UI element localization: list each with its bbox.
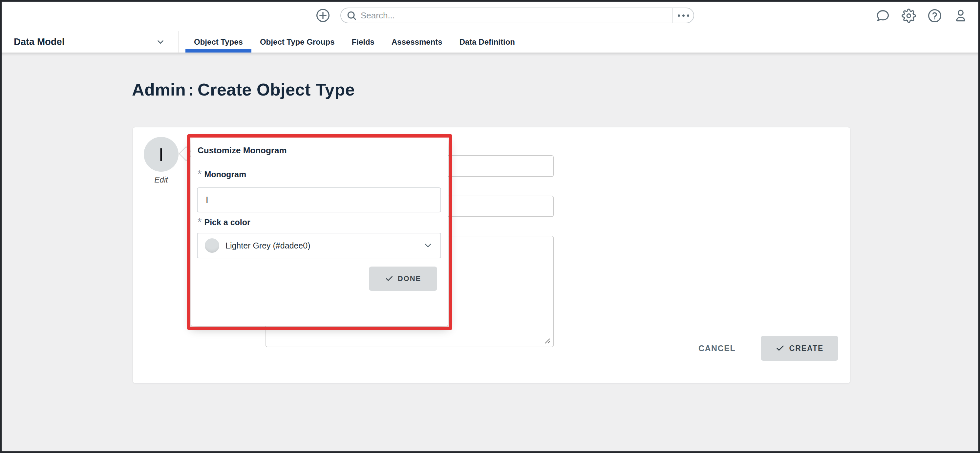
chevron-down-icon bbox=[423, 240, 433, 251]
nav-tabs: Object Types Object Type Groups Fields A… bbox=[185, 31, 523, 52]
create-button[interactable]: CREATE bbox=[761, 336, 838, 361]
top-bar bbox=[0, 0, 980, 31]
cancel-button[interactable]: CANCEL bbox=[698, 339, 735, 358]
quick-add-button[interactable] bbox=[316, 8, 330, 23]
color-swatch bbox=[205, 238, 219, 253]
check-icon bbox=[385, 275, 393, 283]
tab-object-types[interactable]: Object Types bbox=[185, 31, 251, 52]
search-options-button[interactable] bbox=[673, 8, 694, 23]
monogram-preview[interactable]: I bbox=[144, 137, 178, 172]
required-marker: * bbox=[197, 217, 202, 227]
ellipsis-icon bbox=[678, 14, 680, 17]
page-title: Admin : Create Object Type bbox=[132, 80, 355, 100]
search-icon bbox=[346, 10, 357, 21]
monogram-field-label: * Monogram bbox=[197, 169, 246, 180]
color-field-label: * Pick a color bbox=[197, 217, 250, 227]
app-window: Data Model Object Types Object Type Grou… bbox=[0, 0, 980, 453]
plus-circle-icon bbox=[316, 8, 330, 23]
done-button[interactable]: DONE bbox=[369, 267, 437, 291]
tab-assessments[interactable]: Assessments bbox=[383, 31, 451, 52]
nav-divider bbox=[178, 31, 178, 52]
tab-object-type-groups[interactable]: Object Type Groups bbox=[251, 31, 343, 52]
customize-monogram-popover: Customize Monogram * Monogram * Pick a c… bbox=[191, 138, 448, 326]
check-icon bbox=[776, 344, 785, 353]
top-bar-icons bbox=[876, 8, 968, 23]
color-select-value: Lighter Grey (#dadee0) bbox=[226, 241, 423, 251]
color-select[interactable]: Lighter Grey (#dadee0) bbox=[197, 233, 441, 258]
module-nav-bar: Data Model Object Types Object Type Grou… bbox=[0, 31, 980, 53]
global-search-bar[interactable] bbox=[340, 8, 694, 23]
gear-icon[interactable] bbox=[902, 8, 916, 23]
chevron-down-icon bbox=[156, 37, 165, 47]
help-icon[interactable] bbox=[928, 8, 942, 23]
module-selector-label: Data Model bbox=[14, 37, 65, 47]
monogram-edit-label: Edit bbox=[144, 175, 178, 184]
monogram-input[interactable] bbox=[197, 188, 441, 212]
user-icon[interactable] bbox=[953, 8, 968, 23]
resize-handle-icon[interactable] bbox=[541, 335, 551, 345]
required-marker: * bbox=[197, 169, 202, 179]
search-input[interactable] bbox=[361, 11, 673, 21]
tab-fields[interactable]: Fields bbox=[343, 31, 383, 52]
chat-icon[interactable] bbox=[876, 8, 890, 23]
popover-title: Customize Monogram bbox=[197, 145, 287, 156]
monogram-letter: I bbox=[159, 144, 164, 165]
tab-data-definition[interactable]: Data Definition bbox=[451, 31, 523, 52]
module-selector[interactable]: Data Model bbox=[14, 31, 165, 52]
